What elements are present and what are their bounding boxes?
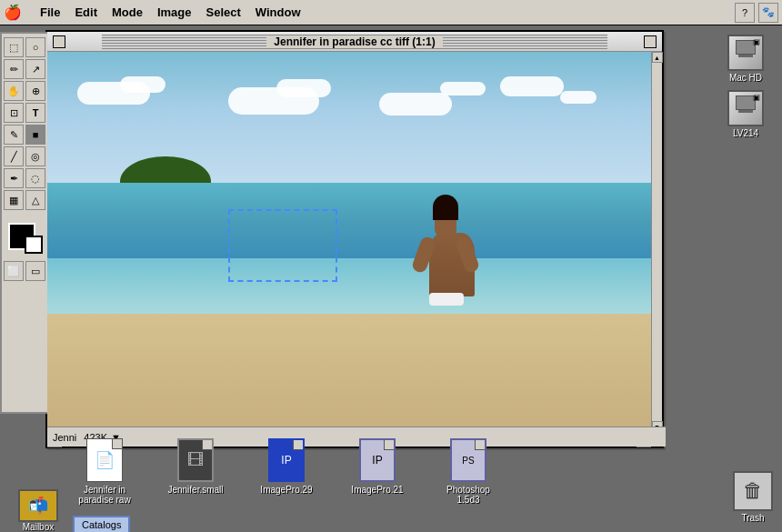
color-swatch-area: [5, 216, 45, 256]
catalogs-label: Catalogs: [82, 519, 121, 530]
menu-edit[interactable]: Edit: [67, 4, 105, 21]
tool-hand[interactable]: ✋: [4, 81, 24, 101]
trash-label: Trash: [741, 513, 764, 523]
imagepro29-label: ImagePro.29: [260, 485, 312, 495]
tool-lasso[interactable]: ✏: [4, 59, 24, 79]
desktop-files: 📄 Jennifer in paradise raw 🎞 Jennifer.sm…: [73, 438, 500, 505]
tool-mode-1[interactable]: ⬜: [4, 261, 24, 281]
tool-fill[interactable]: ■: [25, 125, 45, 145]
file-imagepro21[interactable]: IP ImagePro.21: [346, 438, 409, 505]
trash[interactable]: 🗑 Trash: [733, 471, 773, 523]
imagepro29-icon: IP: [268, 438, 305, 482]
tool-blur[interactable]: ◎: [25, 146, 45, 166]
menu-window[interactable]: Window: [248, 4, 308, 21]
desktop: ☑ ▬ Mac HD ☑ ▬ LV214 Jennifer in paradis…: [0, 25, 782, 532]
tool-magic-wand[interactable]: ↗: [25, 59, 45, 79]
ps-zoom-btn[interactable]: [644, 35, 657, 48]
desktop-icon-machd[interactable]: ☑ ▬ Mac HD: [718, 35, 773, 83]
imagepro21-label: ImagePro.21: [351, 485, 403, 495]
tool-zoom[interactable]: ⊕: [25, 81, 45, 101]
machd-icon-img: ☑ ▬: [727, 35, 764, 71]
mailbox-label: Mailbox: [23, 522, 54, 532]
file-jennifer-raw[interactable]: 📄 Jennifer in paradise raw: [73, 438, 136, 505]
ps-titlebar[interactable]: Jennifer in paradise cc tiff (1:1): [47, 32, 662, 52]
tool-line[interactable]: ╱: [4, 146, 24, 166]
tool-gradient[interactable]: ▦: [4, 190, 24, 210]
machd-label: Mac HD: [729, 73, 762, 83]
toolbar: ⬚ ○ ✏ ↗ ✋ ⊕ ⊡ T ✎ ■ ╱ ◎: [0, 32, 47, 414]
tool-dodge[interactable]: ◌: [25, 168, 45, 188]
ps-close-btn[interactable]: [53, 35, 65, 48]
ps-title: Jennifer in paradise cc tiff (1:1): [266, 35, 442, 48]
photo-person: [409, 213, 482, 322]
tool-marquee[interactable]: ⬚: [4, 37, 24, 57]
app-icon[interactable]: 🐾: [758, 3, 778, 23]
jennifer-raw-icon: 📄: [86, 438, 123, 482]
lv214-icon-img: ☑ ▬: [727, 90, 764, 126]
beach-photo: [47, 52, 651, 427]
photoshop-window: Jennifer in paradise cc tiff (1:1) ⬚ ○ ✏…: [45, 30, 664, 448]
file-photoshop[interactable]: PS Photoshop 1.5d3: [436, 438, 500, 505]
tool-pen[interactable]: ✒: [4, 168, 24, 188]
tool-polygon[interactable]: △: [25, 190, 45, 210]
ps-scrollbar-v[interactable]: ▲ ▼: [651, 52, 662, 432]
menu-image[interactable]: Image: [150, 4, 199, 21]
jennifer-raw-label: Jennifer in paradise raw: [73, 485, 136, 505]
catalogs-tab[interactable]: Catalogs: [73, 516, 130, 532]
person-body: [429, 195, 462, 322]
tool-mode-2[interactable]: ▭: [25, 261, 45, 281]
jennifer-small-icon: 🎞: [177, 438, 214, 482]
background-color[interactable]: [25, 236, 43, 254]
imagepro21-icon: IP: [359, 438, 396, 482]
photoshop-label: Photoshop 1.5d3: [436, 485, 500, 505]
file-jennifer-small[interactable]: 🎞 Jennifer.small: [164, 438, 227, 505]
jennifer-small-label: Jennifer.small: [167, 485, 223, 495]
photo-sand: [47, 314, 651, 427]
tool-paint[interactable]: ✎: [4, 125, 24, 145]
file-imagepro29[interactable]: IP ImagePro.29: [255, 438, 318, 505]
mailbox[interactable]: 📬 Mailbox: [18, 489, 58, 532]
tool-crop[interactable]: ⊡: [4, 103, 24, 123]
apple-menu[interactable]: 🍎: [4, 4, 22, 21]
trash-icon-img: 🗑: [733, 471, 773, 511]
desktop-icon-lv214[interactable]: ☑ ▬ LV214: [718, 90, 773, 138]
menu-select[interactable]: Select: [199, 4, 248, 21]
help-icon[interactable]: ?: [735, 3, 755, 23]
photoshop-icon: PS: [450, 438, 486, 482]
canvas-area[interactable]: [47, 52, 651, 427]
menubar: 🍎 File Edit Mode Image Select Window ? 🐾: [0, 0, 782, 25]
tool-ellipse[interactable]: ○: [25, 37, 45, 57]
lv214-label: LV214: [733, 128, 758, 138]
scroll-up-arrow[interactable]: ▲: [652, 52, 663, 63]
menu-mode[interactable]: Mode: [105, 4, 150, 21]
tool-type[interactable]: T: [25, 103, 45, 123]
ps-window-controls: [53, 35, 65, 48]
desktop-icons: ☑ ▬ Mac HD ☑ ▬ LV214: [718, 35, 773, 138]
menu-file[interactable]: File: [33, 4, 67, 21]
mailbox-icon-img: 📬: [18, 489, 58, 522]
